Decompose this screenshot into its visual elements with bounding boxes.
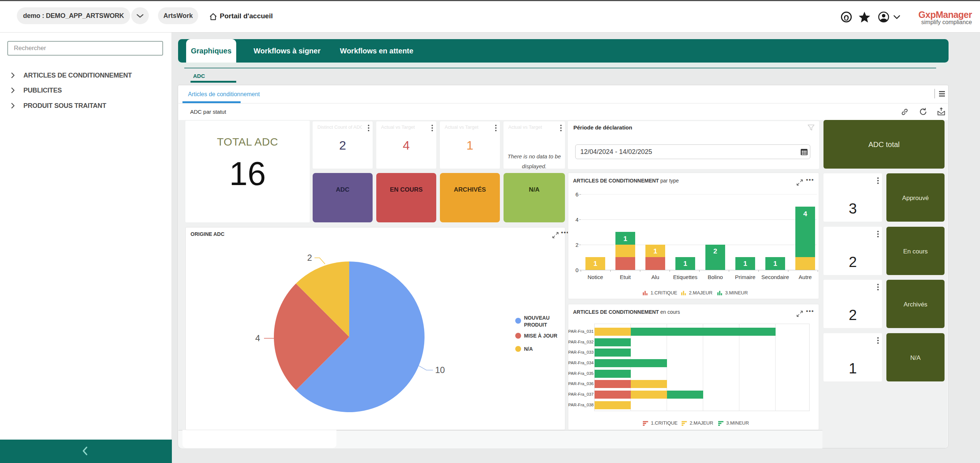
- svg-text:4: 4: [255, 333, 260, 343]
- svg-text:NOUVEAU: NOUVEAU: [524, 315, 550, 321]
- svg-text:2: 2: [307, 253, 312, 263]
- svg-text:10: 10: [435, 365, 445, 375]
- svg-text:N/A: N/A: [524, 346, 533, 352]
- svg-text:PRODUIT: PRODUIT: [524, 322, 547, 328]
- svg-text:MISE À JOUR: MISE À JOUR: [524, 333, 557, 339]
